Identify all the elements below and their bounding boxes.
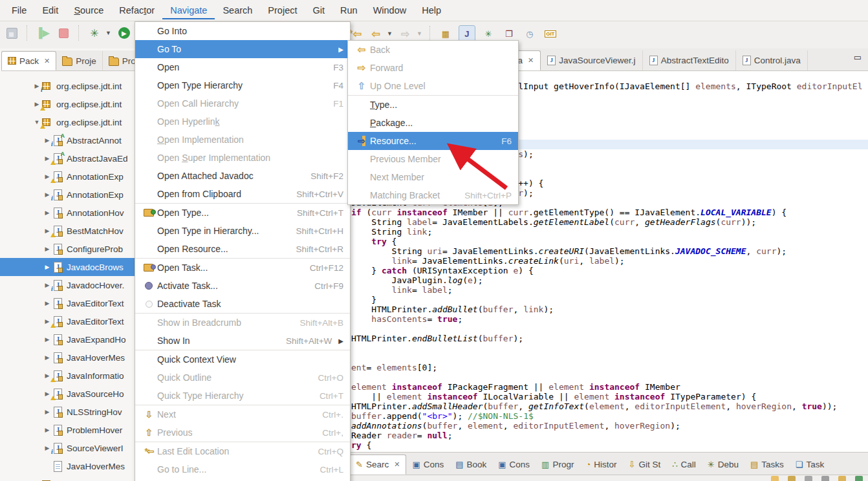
menubar-item-project[interactable]: Project <box>260 1 305 19</box>
menu-item-type[interactable]: Type... <box>348 96 518 114</box>
menubar-item-search[interactable]: Search <box>215 1 260 19</box>
chevron-right-icon[interactable]: ▶ <box>43 246 52 252</box>
menu-item-next[interactable]: NextCtrl+. <box>135 405 350 423</box>
chevron-right-icon[interactable]: ▶ <box>43 209 52 216</box>
run-search-icon[interactable] <box>855 476 863 481</box>
close-icon[interactable]: ✕ <box>528 56 534 65</box>
menu-item-previous-member[interactable]: Previous Member <box>348 150 518 168</box>
menu-item-open-type-hierarchy[interactable]: Open Type HierarchyF4 <box>135 76 350 94</box>
menu-item-go-to[interactable]: Go To▶ <box>135 40 350 58</box>
menu-item-go-into[interactable]: Go Into <box>135 22 350 40</box>
chevron-right-icon[interactable]: ▶ <box>43 264 52 270</box>
debug-dropdown[interactable]: ▼ <box>105 30 111 36</box>
link-icon[interactable] <box>821 476 829 481</box>
bottom-tab-git-st[interactable]: Git St <box>623 454 667 475</box>
view-tab-proje[interactable]: Proje <box>56 51 103 70</box>
planning-perspective-button[interactable]: ◷ <box>522 26 537 41</box>
menu-item-open-from-clipboard[interactable]: Open from ClipboardShift+Ctrl+V <box>135 185 350 203</box>
menubar-item-file[interactable]: File <box>4 1 34 19</box>
chevron-right-icon[interactable]: ▶ <box>43 354 52 361</box>
debug-button[interactable]: ✳ <box>87 25 102 41</box>
editor-tab-javasourceviewer-j[interactable]: JJavaSourceViewer.j <box>541 50 642 70</box>
menubar-item-run[interactable]: Run <box>332 1 365 19</box>
menu-item-next-member[interactable]: Next Member <box>348 168 518 186</box>
chevron-right-icon[interactable]: ▶ <box>43 300 52 306</box>
git-perspective-button[interactable]: GIT <box>543 26 558 41</box>
chevron-right-icon[interactable]: ▶ <box>43 137 52 144</box>
debug-perspective-button[interactable]: ✳ <box>481 26 496 41</box>
bottom-tab-cons[interactable]: Cons <box>492 454 536 475</box>
view-tab-pack[interactable]: Pack✕ <box>1 51 56 70</box>
save-button[interactable] <box>4 25 19 41</box>
bottom-tab-call[interactable]: Call <box>666 454 702 475</box>
menu-item-matching-bracket[interactable]: Matching BracketShift+Ctrl+P <box>348 186 518 204</box>
bottom-tab-debu[interactable]: Debu <box>702 454 744 475</box>
menu-item-open-task[interactable]: Open Task...Ctrl+F12 <box>135 259 350 277</box>
stop-button[interactable] <box>56 25 71 41</box>
close-icon[interactable]: ✕ <box>44 57 50 65</box>
bottom-tab-task[interactable]: Task <box>790 454 830 475</box>
menu-item-go-to-line[interactable]: Go to Line...Ctrl+L <box>135 460 350 478</box>
bottom-tab-searc[interactable]: Searc✕ <box>349 454 406 475</box>
chevron-right-icon[interactable]: ▶ <box>43 336 52 343</box>
menu-item-open-implementation[interactable]: Open Implementation <box>135 131 350 149</box>
open-perspective-button[interactable]: ▦ <box>438 26 453 41</box>
back-dropdown[interactable]: ▼ <box>387 30 393 37</box>
menu-item-open-type-in-hierarchy[interactable]: Open Type in Hierarchy...Shift+Ctrl+H <box>135 222 350 240</box>
run-button[interactable]: ▶ <box>116 25 132 41</box>
chevron-right-icon[interactable]: ▶ <box>32 83 41 89</box>
menubar-item-help[interactable]: Help <box>414 1 449 19</box>
menu-item-quick-type-hierarchy[interactable]: Quick Type HierarchyCtrl+T <box>135 387 350 405</box>
menubar-item-window[interactable]: Window <box>365 1 415 19</box>
menu-item-package[interactable]: Package... <box>348 114 518 132</box>
menu-item-last-edit-location[interactable]: Last Edit LocationCtrl+Q <box>135 442 350 460</box>
forward-button[interactable]: ⇨ <box>398 26 413 41</box>
bottom-tab-book[interactable]: Book <box>450 454 492 475</box>
menu-item-forward[interactable]: Forward <box>348 59 518 77</box>
chevron-right-icon[interactable]: ▶ <box>43 409 52 415</box>
menu-item-show-in[interactable]: Show InShift+Alt+W▶ <box>135 332 350 350</box>
menu-item-activate-task[interactable]: Activate Task...Ctrl+F9 <box>135 277 350 295</box>
menu-item-open-attached-javadoc[interactable]: Open Attached JavadocShift+F2 <box>135 167 350 185</box>
menu-item-quick-context-view[interactable]: Quick Context View <box>135 350 350 369</box>
menu-item-up-one-level[interactable]: Up One Level <box>348 77 518 95</box>
menu-item-resource[interactable]: Resource...F6 <box>348 132 518 150</box>
menu-item-previous[interactable]: PreviousCtrl+, <box>135 423 350 442</box>
bottom-tab-cons[interactable]: Cons <box>406 454 450 475</box>
menu-item-open[interactable]: OpenF3 <box>135 58 350 76</box>
menubar-item-source[interactable]: Source <box>66 1 111 19</box>
menu-item-show-in-breadcrumb[interactable]: Show in BreadcrumbShift+Alt+B <box>135 314 350 332</box>
close-icon[interactable]: ✕ <box>394 460 400 469</box>
menu-item-open-resource[interactable]: Open Resource...Shift+Ctrl+R <box>135 240 350 258</box>
menu-item-deactivate-task[interactable]: Deactivate Task <box>135 295 350 313</box>
bottom-tab-histor[interactable]: Histor <box>580 454 622 475</box>
bottom-tab-tasks[interactable]: Tasks <box>744 454 790 475</box>
menu-item-back[interactable]: Back <box>348 41 518 59</box>
pin-icon[interactable] <box>771 476 779 481</box>
menu-item-open-hyperlink[interactable]: Open Hyperlink <box>135 112 350 131</box>
menu-item-open-super-implementation[interactable]: Open Super Implementation <box>135 149 350 167</box>
chevron-right-icon[interactable]: ▶ <box>43 191 52 198</box>
menubar-item-edit[interactable]: Edit <box>34 1 66 19</box>
bottom-tab-progr[interactable]: Progr <box>536 454 580 475</box>
menubar-item-navigate[interactable]: Navigate <box>162 1 215 19</box>
expand-icon[interactable] <box>788 476 796 481</box>
resume-button[interactable]: ▐▶ <box>35 25 50 41</box>
forward-icon: ⇨ <box>401 28 409 40</box>
collapse-icon[interactable] <box>805 476 812 481</box>
chevron-right-icon[interactable]: ▶ <box>43 427 52 433</box>
menu-item-quick-outline[interactable]: Quick OutlineCtrl+O <box>135 369 350 387</box>
refresh-icon[interactable] <box>838 476 846 481</box>
menubar-item-refactor[interactable]: Refactor <box>111 1 162 19</box>
menu-item-open-type[interactable]: Open Type...Shift+Ctrl+T <box>135 204 350 222</box>
editor-tab-abstracttextedito[interactable]: JAbstractTextEdito <box>643 50 736 70</box>
menu-item-open-call-hierarchy[interactable]: Open Call HierarchyF1 <box>135 94 350 112</box>
chevron-right-icon[interactable]: ▶ <box>43 445 52 451</box>
menubar-item-git[interactable]: Git <box>305 1 332 19</box>
chevron-right-icon[interactable]: ▶ <box>43 282 52 288</box>
back-button[interactable]: ⇦ <box>368 26 384 41</box>
forward-dropdown[interactable]: ▼ <box>417 30 422 37</box>
java-browsing-perspective-button[interactable]: ❐ <box>501 26 517 41</box>
editor-tab-control-java[interactable]: JControl.java <box>736 50 808 70</box>
editor-minimize-icon[interactable]: ▭ <box>854 52 862 62</box>
